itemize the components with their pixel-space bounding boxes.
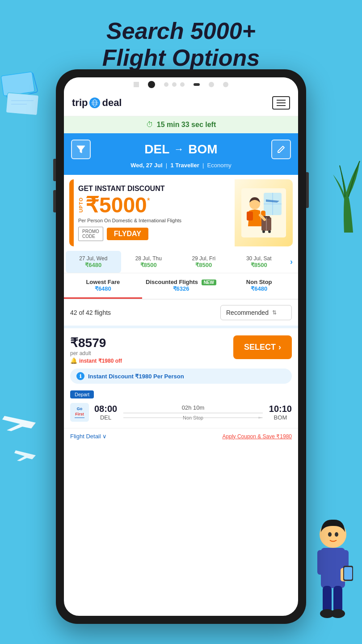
filter-tab-discounted[interactable]: Discounted Flights NEW ₹6326 [142, 273, 220, 299]
filter-tab-0-label: Lowest Fare [67, 279, 139, 285]
info-icon: ℹ [76, 372, 84, 380]
svg-point-17 [335, 532, 338, 537]
flight-price: ₹8579 [70, 335, 122, 350]
bell-icon: 🔔 [70, 357, 77, 364]
logo-globe-icon [89, 97, 100, 108]
app-header: trip deal [64, 90, 298, 116]
flight-detail-link[interactable]: Flight Detail ∨ [70, 433, 107, 440]
new-badge: NEW [202, 280, 216, 285]
promo-code-value[interactable]: FLYDAY [107, 228, 148, 240]
sort-arrows-icon: ⇅ [272, 309, 277, 316]
depart-time-city: 08:00 DEL [94, 404, 117, 421]
date-tab-0-price: ₹6480 [67, 262, 119, 268]
flight-card: ₹8579 per adult 🔔 instant ₹1980 off SELE… [64, 326, 298, 446]
filter-tabs: Lowest Fare ₹6480 Discounted Flights NEW… [64, 273, 298, 300]
svg-marker-41 [258, 417, 262, 419]
apply-coupon-link[interactable]: Apply Coupon & Save ₹1980 [223, 433, 292, 440]
decorative-tickets [0, 72, 45, 130]
flight-search-bar: DEL → BOM Wed, 27 Jul | 1 Traveller | Ec… [64, 133, 298, 175]
svg-point-35 [268, 230, 271, 233]
depart-badge: Depart [70, 390, 94, 398]
date-tab-1[interactable]: 28 Jul, Thu ₹8500 [121, 251, 177, 273]
promo-rupee-amount: ₹5000 [85, 195, 147, 216]
instant-off: 🔔 instant ₹1980 off [70, 357, 122, 364]
timer-icon: ⏱ [146, 121, 153, 129]
route-info: DEL → BOM [144, 142, 217, 157]
travellers-count: 1 Traveller [170, 162, 199, 169]
sort-dropdown[interactable]: Recommended ⇅ [220, 305, 292, 320]
phone-frame: trip deal ⏱ [56, 69, 306, 624]
filter-tab-nonstop[interactable]: Non Stop ₹6480 [220, 273, 298, 299]
filter-tab-2-price: ₹6480 [223, 285, 295, 292]
duration-line [123, 413, 263, 413]
origin-city: DEL [144, 142, 169, 157]
svg-rect-12 [323, 586, 332, 613]
edit-search-button[interactable] [271, 140, 291, 159]
arrive-city: BOM [269, 414, 292, 421]
duration-text: 02h 10m [123, 404, 263, 411]
flight-timing: Depart Go First 08:00 [64, 384, 298, 428]
promo-content: GET INSTANT DISCOUNT UPTO ₹5000 * Per Pe… [74, 179, 235, 246]
svg-rect-7 [317, 550, 325, 575]
date-tab-0[interactable]: 27 Jul, Wed ₹6480 [66, 251, 121, 273]
destination-city: BOM [188, 142, 217, 157]
depart-time: 08:00 [94, 404, 117, 414]
filter-tab-1-price: ₹6326 [146, 285, 217, 292]
date-tab-0-label: 27 Jul, Wed [67, 255, 119, 262]
date-tabs: 27 Jul, Wed ₹6480 28 Jul, Thu ₹8500 29 J… [64, 251, 298, 273]
upto-label: UPTO [78, 197, 84, 212]
flight-class: Economy [207, 162, 232, 169]
instant-off-text: instant ₹1980 off [79, 358, 122, 364]
select-button[interactable]: SELECT › [233, 335, 292, 359]
svg-text:Go: Go [77, 407, 83, 411]
results-bar: 42 of 42 flights Recommended ⇅ [64, 300, 298, 326]
price-section: ₹8579 per adult 🔔 instant ₹1980 off [70, 335, 122, 364]
date-tab-1-price: ₹8500 [123, 262, 175, 268]
filter-tab-1-label: Discounted Flights NEW [146, 279, 217, 285]
flight-date: Wed, 27 Jul [130, 162, 162, 169]
date-tab-2[interactable]: 29 Jul, Fri ₹8500 [176, 251, 232, 273]
date-tab-2-label: 29 Jul, Fri [178, 255, 230, 262]
promo-description: Per Person On Domestic & International F… [78, 218, 230, 223]
timing-row: Go First 08:00 DEL 02h 10m [70, 403, 292, 422]
date-tab-3-price: ₹8500 [233, 262, 285, 268]
flight-card-top: ₹8579 per adult 🔔 instant ₹1980 off SELE… [64, 328, 298, 369]
sort-label: Recommended [226, 309, 269, 316]
filter-tab-lowest-fare[interactable]: Lowest Fare ₹6480 [64, 273, 142, 299]
promo-title: GET INSTANT DISCOUNT [78, 185, 230, 193]
filter-button[interactable] [71, 140, 91, 159]
depart-city: DEL [94, 414, 117, 421]
per-adult-label: per adult [70, 350, 122, 356]
flight-footer: Flight Detail ∨ Apply Coupon & Save ₹198… [64, 428, 298, 446]
results-count: 42 of 42 flights [70, 309, 111, 316]
logo-text-after: deal [102, 97, 122, 109]
discount-text: Instant Discount ₹1980 Per Person [88, 373, 184, 380]
date-tab-2-price: ₹8500 [178, 262, 230, 268]
date-next-button[interactable]: › [286, 253, 296, 271]
menu-icon [277, 100, 286, 101]
promo-banner: GET INSTANT DISCOUNT UPTO ₹5000 * Per Pe… [69, 179, 293, 246]
promo-amount: UPTO ₹5000 * [78, 195, 230, 216]
page-background-title: Search 5000+ Flight Options [0, 0, 362, 80]
svg-point-15 [331, 609, 345, 618]
svg-point-16 [328, 532, 332, 537]
filter-icon [76, 144, 86, 154]
flight-details: Wed, 27 Jul | 1 Traveller | Economy [71, 162, 291, 169]
svg-rect-13 [333, 586, 342, 613]
discount-strip: ℹ Instant Discount ₹1980 Per Person [70, 369, 292, 384]
promo-code-label: PROMO CODE [78, 227, 103, 241]
route-arrow: → [174, 144, 184, 155]
edit-icon [277, 145, 286, 154]
decorative-palm [326, 152, 362, 233]
filter-tab-2-label: Non Stop [223, 279, 295, 285]
menu-button[interactable] [272, 96, 290, 110]
date-tab-3-label: 30 Jul, Sat [233, 255, 285, 262]
airline-logo: Go First [70, 403, 89, 422]
duration-section: 02h 10m Non Stop [123, 404, 263, 420]
scroll-area[interactable]: 27 Jul, Wed ₹6480 28 Jul, Thu ₹8500 29 J… [64, 251, 298, 616]
timing-details: 08:00 DEL 02h 10m [94, 404, 292, 421]
logo: trip deal [72, 97, 122, 109]
timer-text: 15 min 33 sec left [157, 121, 216, 129]
arrive-time-city: 10:10 BOM [269, 404, 292, 421]
date-tab-3[interactable]: 30 Jul, Sat ₹8500 [232, 251, 287, 273]
